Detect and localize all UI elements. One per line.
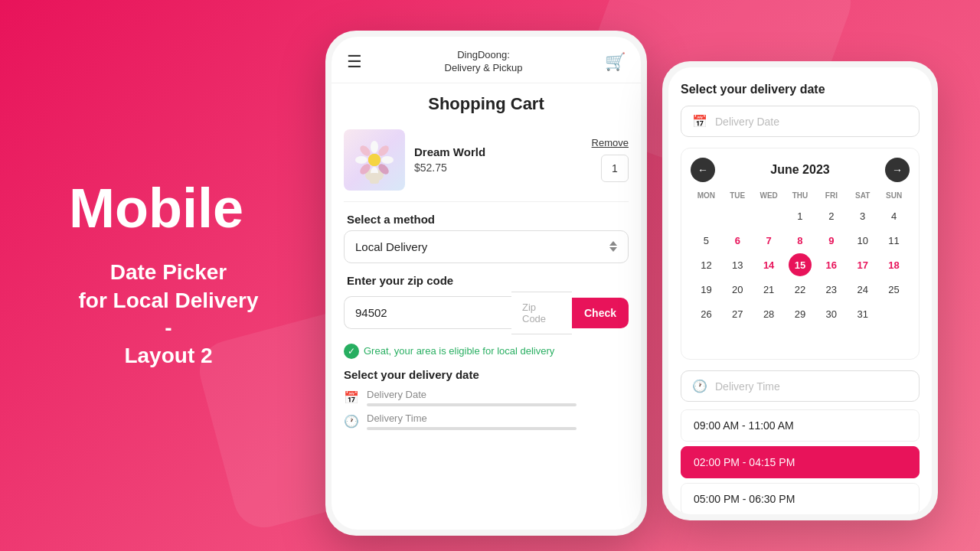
calendar-cell[interactable]: 28 bbox=[757, 302, 780, 325]
calendar-header: ← June 2023 → bbox=[691, 158, 910, 182]
delivery-date-input[interactable]: 📅 Delivery Date bbox=[681, 106, 920, 137]
delivery-section: Select your delivery date 📅 Delivery Dat… bbox=[332, 365, 641, 439]
page-title: Mobile bbox=[69, 181, 268, 236]
calendar-cell[interactable]: 16 bbox=[820, 253, 843, 276]
cart-title: Shopping Cart bbox=[332, 83, 641, 122]
calendar-icon: 📅 bbox=[344, 390, 359, 405]
phone-left-inner: ☰ DingDoong: Delivery & Pickup 🛒 Shoppin… bbox=[332, 37, 641, 530]
product-image bbox=[344, 129, 405, 191]
calendar-cell[interactable]: 6 bbox=[726, 229, 749, 252]
time-placeholder: Delivery Time bbox=[715, 380, 780, 393]
calendar-cell[interactable]: 1 bbox=[789, 204, 812, 227]
calendar-cell[interactable]: 23 bbox=[820, 278, 843, 301]
time-slot-item[interactable]: 09:00 AM - 11:00 AM bbox=[681, 409, 920, 442]
right-section-title: Select your delivery date bbox=[681, 83, 920, 96]
app-title: DingDoong: Delivery & Pickup bbox=[445, 49, 523, 75]
time-slot-item[interactable]: 05:00 PM - 06:30 PM bbox=[681, 483, 920, 514]
calendar-cell[interactable]: 13 bbox=[726, 253, 749, 276]
calendar-cell[interactable]: 29 bbox=[789, 302, 812, 325]
date-field-name: Delivery Date bbox=[367, 389, 629, 400]
arrow-up-icon bbox=[609, 241, 617, 246]
calendar-month-label: June 2023 bbox=[770, 163, 829, 177]
day-mon: MON bbox=[691, 190, 722, 201]
calendar-cell[interactable]: 2 bbox=[820, 204, 843, 227]
phone-header: ☰ DingDoong: Delivery & Pickup 🛒 bbox=[332, 37, 641, 83]
menu-icon[interactable]: ☰ bbox=[347, 52, 362, 72]
calendar-cell[interactable]: 21 bbox=[757, 278, 780, 301]
clock-icon-right: 🕐 bbox=[692, 379, 707, 393]
eligible-message: Great, your area is eligible for local d… bbox=[364, 345, 554, 357]
cart-item: Dream World $52.75 Remove 1 bbox=[332, 122, 641, 198]
prev-month-button[interactable]: ← bbox=[691, 158, 715, 182]
arrow-down-icon bbox=[609, 247, 617, 252]
remove-button[interactable]: Remove bbox=[592, 137, 629, 148]
svg-point-10 bbox=[368, 154, 381, 166]
calendar-cell[interactable]: 9 bbox=[820, 229, 843, 252]
day-sat: SAT bbox=[847, 190, 878, 201]
calendar-cell bbox=[883, 302, 906, 325]
svg-point-8 bbox=[355, 156, 368, 164]
calendar-cell[interactable]: 4 bbox=[883, 204, 906, 227]
time-field-info: Delivery Time bbox=[367, 412, 629, 430]
calendar-icon-right: 📅 bbox=[692, 114, 707, 129]
product-details: Dream World $52.75 bbox=[414, 145, 583, 174]
calendar-cell[interactable]: 27 bbox=[726, 302, 749, 325]
zip-input[interactable] bbox=[344, 296, 511, 329]
svg-rect-11 bbox=[370, 173, 379, 184]
subtitle-line1: Date Picker bbox=[110, 260, 227, 284]
left-panel: Mobile Date Picker for Local Delivery - … bbox=[38, 0, 299, 551]
calendar-cell[interactable]: 11 bbox=[883, 229, 906, 252]
divider-1 bbox=[344, 201, 629, 202]
calendar-cell[interactable]: 12 bbox=[694, 253, 717, 276]
calendar-cell[interactable]: 15 bbox=[789, 253, 812, 276]
zip-row: Zip Code Check bbox=[344, 292, 629, 334]
delivery-time-input[interactable]: 🕐 Delivery Time bbox=[681, 370, 920, 402]
dropdown-value: Local Delivery bbox=[355, 240, 427, 253]
calendar-cell[interactable]: 20 bbox=[726, 278, 749, 301]
day-tue: TUE bbox=[722, 190, 753, 201]
calendar-cell[interactable]: 3 bbox=[851, 204, 874, 227]
time-field-bar bbox=[367, 427, 577, 430]
calendar-cell[interactable]: 5 bbox=[694, 229, 717, 252]
subtitle-line3: Layout 2 bbox=[124, 344, 212, 367]
calendar-cell[interactable]: 7 bbox=[757, 229, 780, 252]
calendar-cell[interactable]: 14 bbox=[757, 253, 780, 276]
calendar-cell[interactable]: 22 bbox=[789, 278, 812, 301]
calendar-cell[interactable]: 8 bbox=[789, 229, 812, 252]
time-slot-item[interactable]: 02:00 PM - 04:15 PM bbox=[681, 446, 920, 478]
day-fri: FRI bbox=[815, 190, 847, 201]
method-dropdown[interactable]: Local Delivery bbox=[344, 230, 629, 263]
next-month-button[interactable]: → bbox=[885, 158, 910, 182]
calendar-cell[interactable]: 25 bbox=[883, 278, 906, 301]
cart-icon[interactable]: 🛒 bbox=[605, 52, 626, 72]
day-wed: WED bbox=[753, 190, 785, 201]
time-field-row: 🕐 Delivery Time bbox=[344, 412, 629, 430]
calendar-cell[interactable]: 26 bbox=[694, 302, 717, 325]
product-price: $52.75 bbox=[414, 161, 583, 174]
page-subtitle: Date Picker for Local Delivery - Layout … bbox=[69, 259, 268, 370]
calendar-cell bbox=[726, 204, 749, 227]
time-field-name: Delivery Time bbox=[367, 412, 629, 424]
svg-point-4 bbox=[381, 156, 394, 164]
subtitle-separator: - bbox=[165, 316, 172, 340]
calendar-cell[interactable]: 30 bbox=[820, 302, 843, 325]
calendar-day-names: MON TUE WED THU FRI SAT SUN bbox=[691, 190, 910, 201]
calendar-cell[interactable]: 31 bbox=[851, 302, 874, 325]
quantity-display[interactable]: 1 bbox=[601, 155, 629, 182]
time-slots-list: 09:00 AM - 11:00 AM02:00 PM - 04:15 PM05… bbox=[681, 409, 920, 514]
check-circle-icon: ✓ bbox=[344, 344, 359, 359]
svg-point-2 bbox=[371, 141, 378, 153]
calendar-cell[interactable]: 10 bbox=[851, 229, 874, 252]
calendar-widget: ← June 2023 → MON TUE WED THU FRI SAT SU… bbox=[681, 148, 920, 360]
calendar-cell[interactable]: 19 bbox=[694, 278, 717, 301]
eligible-row: ✓ Great, your area is eligible for local… bbox=[332, 341, 641, 365]
product-name: Dream World bbox=[414, 145, 583, 158]
check-button[interactable]: Check bbox=[572, 298, 629, 328]
calendar-cell[interactable]: 17 bbox=[851, 253, 874, 276]
method-label: Select a method bbox=[332, 205, 641, 230]
delivery-section-title: Select your delivery date bbox=[344, 368, 629, 381]
calendar-cell[interactable]: 24 bbox=[851, 278, 874, 301]
zip-code-label: Zip Code bbox=[511, 292, 572, 334]
calendar-cell[interactable]: 18 bbox=[883, 253, 906, 276]
calendar-grid: 1234567891011121314151617181920212223242… bbox=[691, 204, 910, 350]
